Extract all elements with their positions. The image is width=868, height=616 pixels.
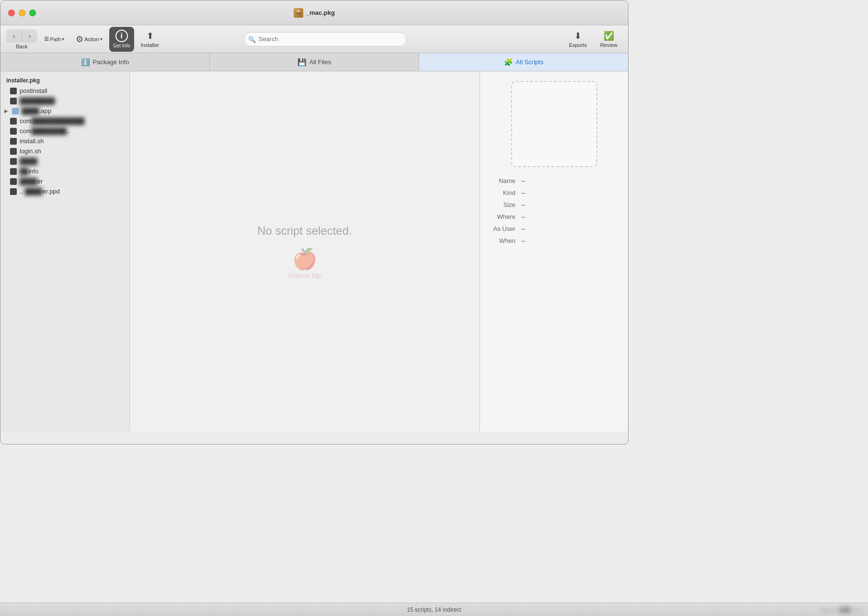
sidebar-item-label: login.sh [20, 148, 41, 155]
get-info-button[interactable]: i Get Info [109, 27, 134, 52]
titlebar: 📦 _mac.pkg [0, 0, 628, 25]
installer-button[interactable]: ⬆ Installer [136, 29, 164, 50]
sidebar: installer.pkg postinstall ████████ ▶ ███… [0, 71, 130, 432]
watermark-apple-icon: 🍎 [292, 247, 317, 271]
content-area: No script selected. 🍎 imacos.top [130, 71, 480, 432]
back-arrow-button[interactable]: ‹ [6, 29, 22, 43]
list-item[interactable]: ████████ [0, 96, 129, 106]
sidebar-item-label: ████ [20, 158, 37, 165]
path-button[interactable]: ≡ Path ▾ [39, 32, 69, 46]
close-button[interactable] [8, 10, 15, 16]
file-icon [10, 128, 17, 135]
toolbar-right: ⬇ Exports ✅ Review [564, 29, 622, 50]
review-button[interactable]: ✅ Review [595, 29, 622, 50]
list-item[interactable]: .. ████er.ppd [0, 186, 129, 196]
as-user-value: -- [521, 225, 620, 232]
info-icon: i [115, 30, 128, 42]
get-info-label: Get Info [113, 43, 130, 48]
info-row-where: Where -- [488, 211, 620, 223]
sidebar-item-label: ██info [20, 168, 38, 175]
list-item[interactable]: login.sh [0, 146, 129, 156]
back-label: Back [16, 44, 27, 49]
list-item[interactable]: install.sh [0, 136, 129, 146]
app-icon: 📦 [294, 8, 303, 18]
file-icon [10, 118, 17, 125]
no-selection-message: No script selected. [257, 224, 352, 238]
preview-box [511, 81, 597, 167]
tab-all-files[interactable]: 💾 All Files [210, 53, 419, 71]
file-icon [10, 178, 17, 185]
where-value: -- [521, 213, 620, 220]
info-row-name: Name -- [488, 175, 620, 187]
tab-package-info-label: Package Info [93, 58, 129, 66]
minimize-button[interactable] [19, 10, 25, 16]
right-panel: Name -- Kind -- Size -- Where -- As User… [480, 71, 628, 432]
file-icon [10, 138, 17, 145]
list-item[interactable]: com████████████ [0, 116, 129, 126]
list-item[interactable]: ██info [0, 166, 129, 176]
file-icon [10, 88, 17, 94]
kind-label: Kind [488, 189, 521, 196]
maximize-button[interactable] [29, 10, 36, 16]
tab-all-scripts-label: All Scripts [516, 58, 544, 66]
sidebar-item-label: install.sh [20, 137, 44, 145]
tab-package-info[interactable]: ℹ️ Package Info [0, 53, 210, 71]
sidebar-item-label: ████.app [22, 107, 51, 114]
list-item[interactable]: ████ [0, 156, 129, 166]
when-label: When [488, 237, 521, 244]
search-box: 🔍 [244, 32, 407, 46]
info-row-as-user: As User -- [488, 223, 620, 235]
window-title: _mac.pkg [306, 9, 335, 16]
as-user-label: As User [488, 225, 521, 232]
list-item[interactable]: postinstall [0, 86, 129, 96]
file-icon [10, 188, 17, 195]
info-row-kind: Kind -- [488, 187, 620, 199]
list-item[interactable]: ████er [0, 176, 129, 186]
window-title-area: 📦 _mac.pkg [294, 8, 335, 18]
kind-value: -- [521, 189, 620, 196]
sidebar-item-label: ████████ [20, 97, 55, 104]
where-label: Where [488, 213, 521, 220]
search-input[interactable] [244, 32, 407, 46]
traffic-lights [8, 10, 36, 16]
watermark: 🍎 imacos.top [288, 247, 321, 279]
sidebar-item-label: com████████████ [20, 117, 84, 125]
name-label: Name [488, 177, 521, 184]
file-icon [10, 158, 17, 165]
toolbar: ‹ › Back ≡ Path ▾ ⚙ Action ▾ i Get Info … [0, 25, 628, 53]
tab-all-scripts[interactable]: 🧩 All Scripts [419, 53, 628, 71]
sidebar-item-label: postinstall [20, 87, 47, 94]
all-scripts-icon: 🧩 [504, 58, 513, 67]
list-item[interactable]: com████████.. [0, 126, 129, 136]
list-item[interactable]: ▶ ████.app [0, 106, 129, 116]
tabbar: ℹ️ Package Info 💾 All Files 🧩 All Script… [0, 53, 628, 71]
info-row-when: When -- [488, 235, 620, 247]
action-button[interactable]: ⚙ Action ▾ [71, 32, 107, 46]
watermark-text: imacos.top [288, 272, 321, 279]
size-label: Size [488, 201, 521, 208]
sidebar-item-label: com████████.. [20, 127, 70, 135]
nav-arrows: ‹ › [6, 29, 37, 43]
size-value: -- [521, 201, 620, 208]
folder-icon [12, 108, 19, 114]
file-icon [10, 168, 17, 175]
sidebar-item-label: .. ████er.ppd [20, 188, 60, 195]
sidebar-item-label: ████er [20, 178, 43, 185]
main-layout: installer.pkg postinstall ████████ ▶ ███… [0, 71, 628, 432]
info-row-size: Size -- [488, 199, 620, 211]
file-icon [10, 148, 17, 155]
sidebar-root-label: installer.pkg [0, 75, 129, 86]
info-table: Name -- Kind -- Size -- Where -- As User… [488, 175, 620, 247]
name-value: -- [521, 177, 620, 184]
expand-arrow-icon: ▶ [4, 108, 8, 114]
forward-arrow-button[interactable]: › [22, 29, 37, 43]
when-value: -- [521, 237, 620, 244]
tab-all-files-label: All Files [309, 58, 331, 66]
back-forward-group: ‹ › Back [6, 29, 37, 49]
search-icon: 🔍 [248, 35, 256, 43]
package-info-icon: ℹ️ [81, 58, 90, 67]
all-files-icon: 💾 [297, 58, 307, 67]
file-icon [10, 98, 17, 104]
exports-button[interactable]: ⬇ Exports [564, 29, 592, 50]
